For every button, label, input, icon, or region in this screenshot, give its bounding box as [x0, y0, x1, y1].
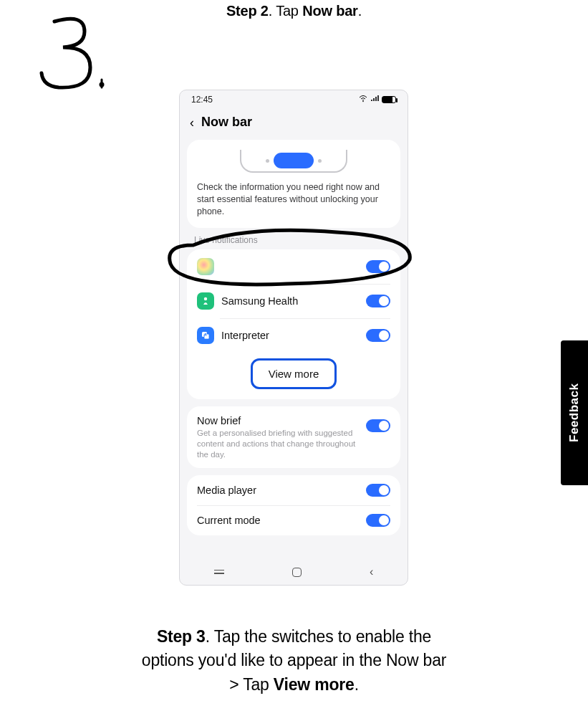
- back-icon[interactable]: ‹: [190, 116, 194, 129]
- extras-card: Media player Current mode: [187, 475, 400, 535]
- live-notifications-card: Samsung Health A Interpreter View more: [187, 249, 400, 399]
- battery-icon: [382, 96, 396, 103]
- view-more-button[interactable]: View more: [251, 358, 337, 389]
- now-brief-card: Now brief Get a personalised briefing wi…: [187, 406, 400, 469]
- nav-recents-icon[interactable]: [214, 570, 224, 574]
- handwritten-3-annotation: [33, 14, 112, 100]
- settings-header: ‹ Now bar: [180, 108, 408, 140]
- svg-text:A: A: [204, 333, 207, 337]
- page-title: Now bar: [201, 115, 252, 130]
- android-nav-bar: ‹: [180, 559, 408, 585]
- app-icon: [197, 258, 214, 275]
- toggle-switch[interactable]: [366, 329, 390, 342]
- list-item-label: Interpreter: [221, 330, 359, 341]
- list-item-samsung-health[interactable]: Samsung Health: [187, 284, 400, 318]
- toggle-switch[interactable]: [366, 295, 390, 307]
- now-bar-preview-image: [197, 140, 390, 173]
- toggle-switch[interactable]: [366, 419, 390, 432]
- list-item-blurred[interactable]: [187, 249, 400, 284]
- svg-point-1: [362, 101, 364, 102]
- step3-label: Step 3: [157, 627, 206, 646]
- nav-back-icon[interactable]: ‹: [370, 565, 373, 578]
- list-item-label: Current mode: [197, 515, 359, 526]
- status-bar: 12:45: [180, 90, 408, 108]
- list-item-interpreter[interactable]: A Interpreter: [187, 318, 400, 353]
- list-item-label: Samsung Health: [221, 295, 359, 307]
- toggle-switch[interactable]: [366, 514, 390, 527]
- phone-screenshot: 12:45 ‹ Now bar: [179, 90, 408, 586]
- feedback-tab[interactable]: Feedback: [561, 340, 588, 485]
- interpreter-icon: A: [197, 327, 214, 344]
- list-item-media-player[interactable]: Media player: [187, 475, 400, 505]
- toggle-switch[interactable]: [366, 260, 390, 273]
- samsung-health-icon: [197, 292, 214, 310]
- step2-label: Step 2: [226, 3, 269, 19]
- toggle-switch[interactable]: [366, 484, 390, 497]
- nav-home-icon[interactable]: [292, 568, 302, 577]
- preview-card: Check the information you need right now…: [187, 140, 400, 228]
- list-item-label: Media player: [197, 485, 359, 496]
- now-brief-subtitle: Get a personalised briefing with suggest…: [197, 428, 359, 460]
- now-brief-title: Now brief: [197, 415, 359, 426]
- list-item-current-mode[interactable]: Current mode: [187, 505, 400, 535]
- list-item-now-brief[interactable]: Now brief Get a personalised briefing wi…: [187, 406, 400, 469]
- section-label-live-notifications: Live notifications: [180, 235, 408, 249]
- signal-icon: [370, 95, 379, 105]
- step2-target: Now bar: [302, 3, 358, 19]
- step3-caption: Step 3. Tap the switches to enable the o…: [0, 625, 588, 697]
- wifi-icon: [359, 95, 367, 105]
- svg-point-2: [204, 297, 207, 300]
- status-time: 12:45: [191, 95, 213, 105]
- step3-target: View more: [274, 675, 355, 694]
- preview-description: Check the information you need right now…: [197, 181, 390, 218]
